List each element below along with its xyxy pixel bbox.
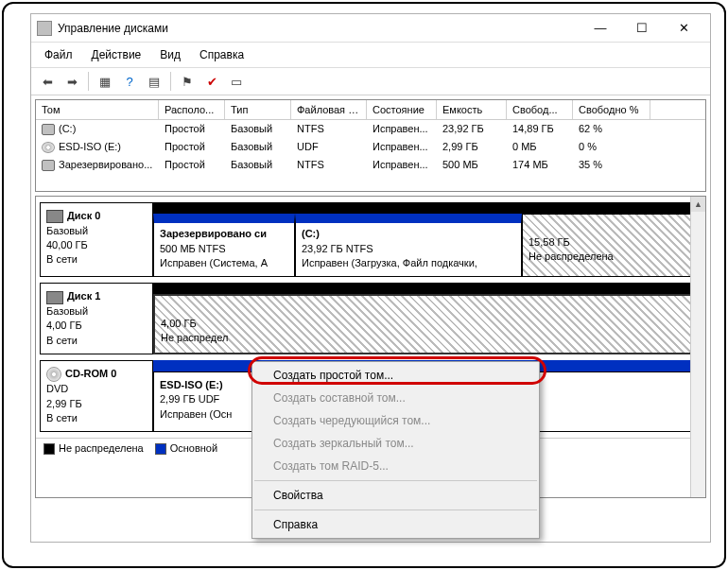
table-row[interactable]: (C:) Простой Базовый NTFS Исправен... 23… — [36, 120, 705, 138]
menu-help[interactable]: Справка — [252, 513, 539, 536]
disk-label[interactable]: Диск 0 Базовый 40,00 ГБ В сети — [40, 202, 153, 277]
col-type[interactable]: Тип — [225, 100, 291, 119]
menu-create-mirrored-volume: Создать зеркальный том... — [252, 432, 539, 455]
col-freepct[interactable]: Свободно % — [573, 100, 650, 119]
refresh-icon[interactable]: ▦ — [95, 71, 115, 92]
col-volume[interactable]: Том — [36, 100, 159, 119]
menu-properties[interactable]: Свойства — [252, 484, 539, 507]
col-layout[interactable]: Располо... — [159, 100, 225, 119]
cd-icon — [42, 142, 55, 153]
menubar: Файл Действие Вид Справка — [31, 43, 710, 67]
menu-view[interactable]: Вид — [150, 44, 190, 65]
partition-unallocated[interactable]: 15,58 ГБ Не распределена — [522, 214, 702, 277]
disk-header-bar — [153, 202, 702, 214]
col-capacity[interactable]: Емкость — [437, 100, 507, 119]
disk-label[interactable]: CD-ROM 0 DVD 2,99 ГБ В сети — [40, 360, 153, 432]
help-icon[interactable]: ? — [119, 71, 140, 92]
minimize-button[interactable]: — — [580, 15, 621, 42]
context-menu: Создать простой том... Создать составной… — [251, 361, 540, 539]
volume-list: Том Располо... Тип Файловая с... Состоян… — [35, 99, 706, 192]
list-icon[interactable]: ▤ — [144, 71, 165, 92]
window-title: Управление дисками — [58, 22, 580, 35]
column-headers: Том Располо... Тип Файловая с... Состоян… — [36, 100, 705, 120]
scroll-up-icon[interactable]: ▲ — [691, 197, 705, 212]
vertical-scrollbar[interactable]: ▲ — [690, 197, 705, 497]
table-row[interactable]: Зарезервировано... Простой Базовый NTFS … — [36, 156, 705, 174]
toolbar: ⬅ ➡ ▦ ? ▤ ⚑ ✔ ▭ — [31, 67, 710, 95]
check-icon[interactable]: ✔ — [201, 71, 222, 92]
maximize-button[interactable]: ☐ — [621, 15, 663, 42]
forward-icon[interactable]: ➡ — [61, 71, 82, 92]
disk-row-0: Диск 0 Базовый 40,00 ГБ В сети Зарезерви… — [40, 202, 702, 277]
table-row[interactable]: ESD-ISO (E:) Простой Базовый UDF Исправе… — [36, 138, 705, 156]
disk-label[interactable]: Диск 1 Базовый 4,00 ГБ В сети — [40, 283, 153, 354]
action-icon[interactable]: ⚑ — [177, 71, 198, 92]
menu-create-striped-volume: Создать чередующийся том... — [252, 409, 539, 432]
menu-help[interactable]: Справка — [190, 44, 253, 65]
col-free[interactable]: Свобод... — [507, 100, 573, 119]
col-fs[interactable]: Файловая с... — [291, 100, 367, 119]
disk-row-1: Диск 1 Базовый 4,00 ГБ В сети 4,00 ГБ Не… — [40, 283, 702, 354]
cd-icon — [46, 367, 61, 382]
partition-unallocated-selected[interactable]: 4,00 ГБ Не распредел — [153, 294, 702, 354]
legend-unallocated-swatch — [43, 443, 55, 455]
legend-primary-swatch — [155, 443, 166, 455]
menu-create-spanned-volume: Создать составной том... — [252, 387, 539, 409]
props-icon[interactable]: ▭ — [226, 71, 247, 92]
disk-icon — [46, 291, 63, 304]
app-icon — [37, 21, 52, 36]
disk-header-bar — [153, 283, 702, 294]
col-status[interactable]: Состояние — [367, 100, 437, 119]
disk-icon — [46, 210, 63, 223]
back-icon[interactable]: ⬅ — [37, 71, 58, 92]
titlebar: Управление дисками — ☐ ✕ — [31, 14, 710, 43]
drive-icon — [42, 160, 55, 171]
menu-create-raid5-volume: Создать том RAID-5... — [252, 455, 539, 477]
menu-file[interactable]: Файл — [35, 44, 82, 65]
close-button[interactable]: ✕ — [663, 15, 704, 42]
drive-icon — [42, 124, 55, 135]
partition-c[interactable]: (C:) 23,92 ГБ NTFS Исправен (Загрузка, Ф… — [295, 214, 522, 277]
menu-create-simple-volume[interactable]: Создать простой том... — [252, 364, 539, 387]
partition-reserved[interactable]: Зарезервировано си 500 МБ NTFS Исправен … — [153, 214, 295, 277]
menu-action[interactable]: Действие — [82, 44, 151, 65]
